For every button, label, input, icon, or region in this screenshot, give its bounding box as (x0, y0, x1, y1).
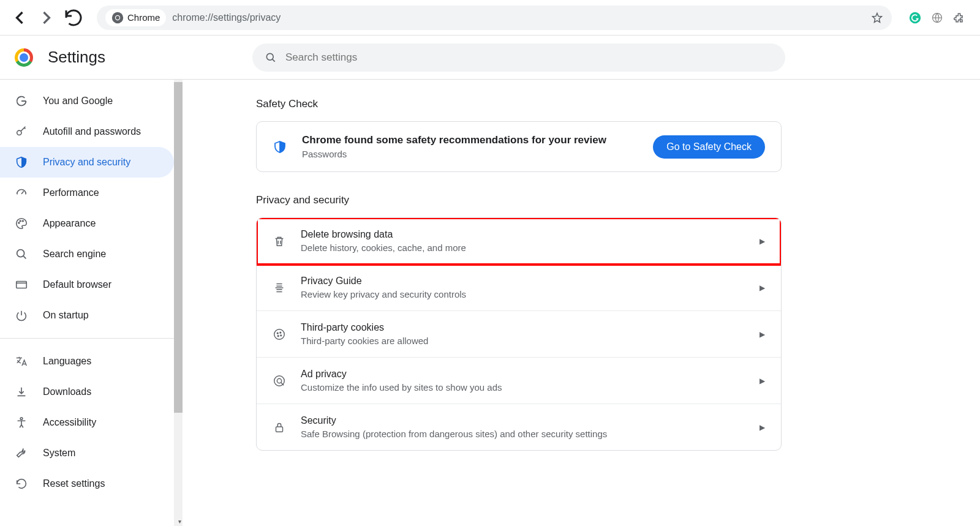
sidebar-item-label: Downloads (43, 386, 91, 397)
scroll-down-arrow[interactable]: ▾ (178, 518, 181, 525)
nav-reload-button[interactable] (62, 7, 85, 29)
scrollbar-thumb[interactable] (174, 82, 183, 413)
svg-point-9 (20, 220, 21, 222)
row-title: Third-party cookies (301, 322, 745, 333)
grammarly-icon[interactable] (909, 12, 921, 24)
settings-header: Settings (0, 36, 980, 80)
main-panel: Safety Check Chrome found some safety re… (183, 80, 980, 526)
svg-point-18 (281, 334, 282, 336)
svg-point-13 (20, 418, 23, 420)
address-bar[interactable]: Chrome chrome://settings/privacy (97, 6, 892, 30)
row-subtitle: Third-party cookies are allowed (301, 336, 745, 346)
safety-card-title: Chrome found some safety recommendations… (302, 134, 638, 146)
svg-point-7 (17, 130, 21, 135)
sidebar-item-label: Languages (43, 356, 91, 367)
g-icon (15, 94, 28, 108)
sidebar-item-label: Default browser (43, 279, 111, 290)
search-settings-box[interactable] (252, 43, 785, 72)
privacy-row-security[interactable]: SecuritySafe Browsing (protection from d… (257, 404, 781, 450)
sidebar-item-languages[interactable]: Languages (0, 346, 174, 377)
privacy-row-ad-privacy[interactable]: Ad privacyCustomize the info used by sit… (257, 358, 781, 404)
chrome-small-icon (111, 12, 124, 24)
sidebar-item-label: Accessibility (43, 417, 96, 428)
sidebar: You and GoogleAutofill and passwordsPriv… (0, 80, 183, 526)
sidebar-scrollbar[interactable]: ▾ (174, 80, 183, 526)
globe-icon[interactable] (931, 12, 943, 24)
chrome-chip: Chrome (105, 9, 166, 26)
sidebar-item-appearance[interactable]: Appearance (0, 208, 174, 239)
svg-point-16 (280, 332, 281, 333)
sidebar-item-label: Performance (43, 187, 99, 198)
safety-check-heading: Safety Check (256, 98, 980, 110)
browser-toolbar: Chrome chrome://settings/privacy (0, 0, 980, 36)
speed-icon (15, 186, 28, 200)
svg-point-14 (274, 329, 285, 339)
row-subtitle: Customize the info used by sites to show… (301, 382, 745, 393)
row-subtitle: Review key privacy and security controls (301, 289, 745, 299)
search-icon (265, 51, 277, 64)
chrome-logo-icon (15, 48, 33, 67)
download-icon (15, 385, 28, 399)
extensions-icon[interactable] (953, 12, 965, 24)
privacy-list-card: Delete browsing dataDelete history, cook… (256, 217, 782, 451)
sidebar-item-label: On startup (43, 310, 89, 321)
nav-back-button[interactable] (9, 7, 31, 29)
safety-card-sub: Passwords (302, 149, 638, 159)
reset-icon (15, 477, 28, 490)
privacy-row-third-party-cookies[interactable]: Third-party cookiesThird-party cookies a… (257, 311, 781, 358)
sidebar-item-privacy-and-security[interactable]: Privacy and security (0, 147, 174, 178)
accessibility-icon (15, 416, 28, 429)
ad-icon (273, 374, 286, 388)
row-title: Security (301, 415, 745, 426)
shield-icon (273, 140, 287, 154)
row-title: Delete browsing data (301, 229, 745, 240)
nav-divider (0, 338, 183, 339)
sidebar-item-performance[interactable]: Performance (0, 178, 174, 208)
sidebar-item-you-and-google[interactable]: You and Google (0, 86, 174, 116)
sidebar-item-accessibility[interactable]: Accessibility (0, 407, 174, 438)
sidebar-item-label: Reset settings (43, 478, 105, 489)
row-subtitle: Delete history, cookies, cache, and more (301, 242, 745, 253)
go-to-safety-check-button[interactable]: Go to Safety Check (653, 135, 765, 159)
svg-point-10 (22, 220, 23, 222)
search-input[interactable] (285, 51, 773, 64)
svg-point-6 (266, 53, 273, 60)
window-icon (15, 278, 28, 291)
privacy-security-heading: Privacy and security (256, 194, 980, 206)
sidebar-item-label: System (43, 448, 75, 459)
privacy-row-delete-browsing-data[interactable]: Delete browsing dataDelete history, cook… (257, 218, 781, 265)
sidebar-item-search-engine[interactable]: Search engine (0, 239, 174, 269)
privacy-row-privacy-guide[interactable]: Privacy GuideReview key privacy and secu… (257, 265, 781, 311)
row-subtitle: Safe Browsing (protection from dangerous… (301, 429, 745, 439)
chevron-right-icon: ▶ (760, 237, 765, 246)
svg-rect-12 (17, 282, 27, 288)
sidebar-item-label: Privacy and security (43, 157, 130, 168)
svg-point-15 (277, 333, 278, 334)
star-icon[interactable] (871, 12, 883, 24)
sidebar-item-downloads[interactable]: Downloads (0, 377, 174, 407)
shield-icon (15, 156, 28, 169)
sidebar-item-label: You and Google (43, 96, 113, 107)
sidebar-item-autofill-and-passwords[interactable]: Autofill and passwords (0, 116, 174, 147)
chevron-right-icon: ▶ (760, 284, 765, 292)
sidebar-item-system[interactable]: System (0, 438, 174, 468)
page-title: Settings (48, 48, 105, 67)
sidebar-item-label: Autofill and passwords (43, 126, 141, 137)
sidebar-item-reset-settings[interactable]: Reset settings (0, 468, 174, 499)
svg-point-8 (18, 222, 20, 224)
chevron-right-icon: ▶ (760, 377, 765, 385)
key-icon (15, 125, 28, 138)
trash-icon (273, 235, 286, 248)
power-icon (15, 309, 28, 322)
chrome-chip-label: Chrome (127, 12, 160, 23)
svg-rect-21 (276, 427, 283, 432)
sidebar-item-default-browser[interactable]: Default browser (0, 269, 174, 300)
palette-icon (15, 217, 28, 230)
nav-forward-button[interactable] (36, 7, 58, 29)
chevron-right-icon: ▶ (760, 423, 765, 432)
svg-point-2 (116, 16, 119, 20)
cookie-icon (273, 328, 286, 341)
lock-icon (273, 421, 286, 434)
sidebar-item-on-startup[interactable]: On startup (0, 300, 174, 331)
row-title: Ad privacy (301, 369, 745, 380)
